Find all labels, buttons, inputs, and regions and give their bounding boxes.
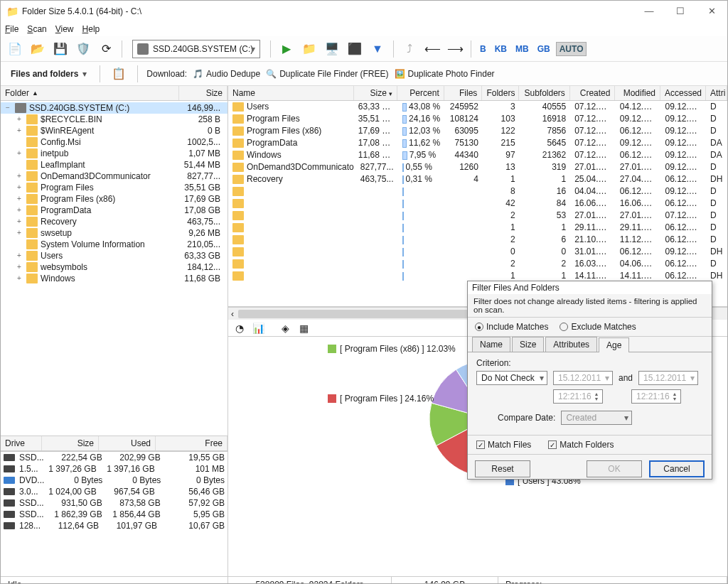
- list-row[interactable]: 25327.01.20...27.01.20...07.12.20...D: [228, 210, 727, 222]
- drive-row[interactable]: SSD...1 862,39 GB1 856,44 GB5,95 GB: [1, 509, 228, 520]
- radio-exclude[interactable]: Exclude Matches: [560, 322, 636, 332]
- criterion-dropdown[interactable]: Do Not Check▾: [476, 371, 547, 385]
- col-name[interactable]: Name: [228, 86, 354, 100]
- tree-row[interactable]: +Program Files35,51 GB: [1, 182, 228, 193]
- list-row[interactable]: Program Files (x86)17,69 GB12,03 %630951…: [228, 125, 727, 137]
- tab-attributes[interactable]: Attributes: [545, 337, 597, 352]
- col-folders[interactable]: Folders: [482, 86, 519, 100]
- tree-row[interactable]: +Windows11,68 GB: [1, 273, 228, 284]
- col-size[interactable]: Size ▾: [354, 86, 398, 100]
- bar-chart-icon[interactable]: 📊: [251, 321, 265, 335]
- list-row[interactable]: Users63,33 GB43,08 %24595234055507.12.20…: [228, 101, 727, 113]
- tree-row[interactable]: +inetpub1,07 MB: [1, 148, 228, 159]
- time-from-input[interactable]: 12:21:16 ▲▼: [553, 389, 603, 404]
- tree-row[interactable]: +websymbols184,12...: [1, 261, 228, 273]
- files-folders-dropdown[interactable]: Files and folders: [6, 66, 91, 82]
- file-list[interactable]: Users63,33 GB43,08 %24595234055507.12.20…: [228, 101, 727, 307]
- list-row[interactable]: 2216.03.20...04.06.20...06.12.20...D: [228, 258, 727, 270]
- drive-header-drive[interactable]: Drive: [1, 436, 42, 450]
- chart-opt1-icon[interactable]: ◈: [278, 321, 292, 335]
- tab-size[interactable]: Size: [512, 337, 544, 352]
- menu-scan[interactable]: Scan: [27, 24, 46, 34]
- open-icon[interactable]: 📂: [28, 39, 48, 59]
- list-row[interactable]: OnDemand3DCommunicator827,77...0,55 %126…: [228, 161, 727, 173]
- list-row[interactable]: 428416.06.20...16.06.20...06.12.20...D: [228, 198, 727, 210]
- drive-row[interactable]: 1.5...1 397,26 GB1 397,16 GB101 MB: [1, 463, 228, 475]
- tree-row[interactable]: +ProgramData17,08 GB: [1, 205, 228, 216]
- folder-scan-icon[interactable]: 📁: [299, 39, 319, 59]
- tree-row[interactable]: +Users63,33 GB: [1, 250, 228, 261]
- audio-dedupe-link[interactable]: 🎵 Audio Dedupe: [193, 69, 260, 79]
- maximize-button[interactable]: ☐: [665, 1, 696, 22]
- drive-select[interactable]: SSD.240GB.SYSTEM (C:): [132, 40, 260, 58]
- time-to-input[interactable]: 12:21:16 ▲▼: [631, 389, 681, 404]
- col-subfolders[interactable]: Subfolders: [519, 86, 570, 100]
- drive-row[interactable]: DVD...0 Bytes0 Bytes0 Bytes: [1, 475, 228, 486]
- minimize-button[interactable]: —: [633, 1, 665, 22]
- drive-row[interactable]: 128...112,64 GB101,97 GB10,67 GB: [1, 520, 228, 531]
- drive-list[interactable]: SSD...222,54 GB202,99 GB19,55 GB1.5...1 …: [1, 451, 228, 576]
- tree-row[interactable]: +$WinREAgent0 B: [1, 125, 228, 136]
- col-modified[interactable]: Modified: [615, 86, 660, 100]
- list-row[interactable]: 81604.04.20...06.12.20...09.12.20...D: [228, 185, 727, 198]
- folder-tree[interactable]: −SSD.240GB.SYSTEM (C:)146,99...+$RECYCLE…: [1, 101, 228, 436]
- tree-row[interactable]: +$RECYCLE.BIN258 B: [1, 114, 228, 125]
- unit-kb-button[interactable]: KB: [492, 43, 510, 55]
- col-attr[interactable]: Attri: [706, 86, 727, 100]
- unit-mb-button[interactable]: MB: [513, 43, 532, 55]
- check-match-files[interactable]: ✓ Match Files: [476, 440, 531, 450]
- date-from-input[interactable]: 15.12.2011▾: [553, 371, 613, 385]
- list-row[interactable]: Program Files35,51 GB24,16 %108124103169…: [228, 113, 727, 125]
- cancel-button[interactable]: Cancel: [649, 460, 705, 477]
- dpf-link[interactable]: 🖼️ Duplicate Photo Finder: [395, 69, 495, 79]
- drive-header-size[interactable]: Size: [42, 436, 99, 450]
- col-accessed[interactable]: Accessed: [660, 86, 706, 100]
- tree-row[interactable]: +Program Files (x86)17,69 GB: [1, 193, 228, 205]
- tab-name[interactable]: Name: [472, 337, 510, 352]
- tree-row[interactable]: LeafImplant51,44 MB: [1, 159, 228, 171]
- close-button[interactable]: ✕: [696, 1, 727, 22]
- list-row[interactable]: Windows11,68 GB7,95 %44340972136207.12.2…: [228, 149, 727, 161]
- menu-help[interactable]: Help: [82, 24, 100, 34]
- dff-link[interactable]: 🔍 Duplicate File Finder (FREE): [266, 69, 388, 79]
- tree-row[interactable]: +Recovery463,75...: [1, 216, 228, 227]
- tab-age[interactable]: Age: [599, 337, 629, 352]
- pie-chart-icon[interactable]: ◔: [232, 321, 247, 335]
- up-icon[interactable]: ⤴: [400, 39, 419, 59]
- computer-icon[interactable]: 🖥️: [322, 39, 342, 59]
- menu-file[interactable]: File: [5, 24, 18, 34]
- date-to-input[interactable]: 15.12.2011▾: [638, 371, 698, 385]
- tree-row[interactable]: +OnDemand3DCommunicator827,77...: [1, 171, 228, 182]
- col-percent[interactable]: Percent: [397, 86, 444, 100]
- drive-row[interactable]: SSD...931,50 GB873,58 GB57,92 GB: [1, 497, 228, 509]
- drive-header-used[interactable]: Used: [99, 436, 156, 450]
- options-icon[interactable]: 📋: [109, 64, 129, 84]
- list-row[interactable]: 0031.01.20...06.12.20...09.12.20...DH: [228, 246, 727, 258]
- unit-b-button[interactable]: B: [477, 43, 489, 55]
- tree-row[interactable]: −SSD.240GB.SYSTEM (C:)146,99...: [1, 102, 228, 114]
- unit-gb-button[interactable]: GB: [535, 43, 553, 55]
- new-icon[interactable]: 📄: [5, 39, 25, 59]
- chart-opt2-icon[interactable]: ▦: [296, 321, 311, 335]
- tree-row[interactable]: Config.Msi1002,5...: [1, 136, 228, 148]
- filter-icon[interactable]: ▼: [368, 39, 387, 59]
- forward-icon[interactable]: ⟶: [445, 39, 465, 59]
- col-created[interactable]: Created: [570, 86, 616, 100]
- check-match-folders[interactable]: ✓ Match Folders: [548, 440, 614, 450]
- unit-auto-button[interactable]: AUTO: [556, 42, 587, 56]
- drive-header-free[interactable]: Free: [156, 436, 228, 450]
- tree-header-size[interactable]: Size: [179, 86, 228, 100]
- list-row[interactable]: 1129.11.20...29.11.20...06.12.20...D: [228, 222, 727, 234]
- back-icon[interactable]: ⟵: [422, 39, 442, 59]
- menu-view[interactable]: View: [55, 24, 74, 34]
- play-icon[interactable]: ▶: [277, 39, 296, 59]
- shield-icon[interactable]: 🛡️: [73, 39, 93, 59]
- save-icon[interactable]: 💾: [50, 39, 70, 59]
- refresh-icon[interactable]: ⟳: [96, 39, 116, 59]
- col-files[interactable]: Files: [444, 86, 483, 100]
- tree-row[interactable]: System Volume Information210,05...: [1, 239, 228, 250]
- radio-include[interactable]: ● Include Matches: [475, 322, 548, 332]
- stop-icon[interactable]: ⬛: [345, 39, 365, 59]
- list-row[interactable]: Recovery463,75...0,31 %41125.04.20...27.…: [228, 173, 727, 185]
- tree-header-folder[interactable]: Folder▲: [1, 86, 179, 100]
